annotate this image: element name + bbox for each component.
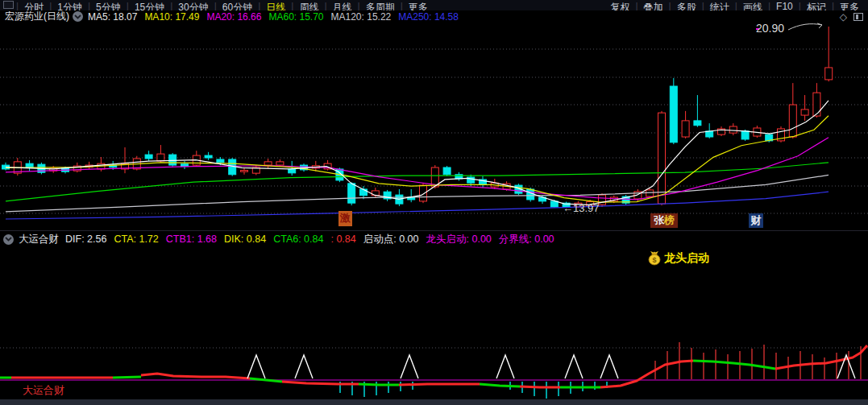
indicator-field-2: CTB1: 1.68 bbox=[166, 233, 217, 245]
indicator-field-8: 分界线: 0.00 bbox=[499, 233, 554, 245]
badge-bang-char: 榜 bbox=[664, 214, 675, 226]
indicator-field-3: DIK: 0.84 bbox=[224, 233, 266, 245]
oscillator-sub-chart[interactable] bbox=[0, 338, 868, 405]
signal-label: 龙头启动 bbox=[664, 251, 709, 266]
tool-menu-item-2[interactable]: 多股 bbox=[671, 0, 702, 11]
indicator-values: DIF: 2.56CTA: 1.72CTB1: 1.68DIK: 0.84CTA… bbox=[65, 233, 562, 246]
ma-legend-item-5: MA250: 14.58 bbox=[398, 11, 459, 23]
ma-legend: MA5: 18.07MA10: 17.49MA20: 16.66MA60: 15… bbox=[88, 11, 466, 23]
tool-menu-item-0[interactable]: 复权 bbox=[604, 0, 635, 11]
grid-icon[interactable] bbox=[3, 1, 14, 9]
ma-legend-item-1: MA10: 17.49 bbox=[144, 11, 199, 23]
main-kline-chart[interactable] bbox=[0, 23, 868, 231]
indicator-field-6: 启动点: 0.00 bbox=[363, 233, 419, 245]
marker-badge-ji[interactable]: 激 bbox=[338, 211, 352, 226]
indicator-header: 大运合财 DIF: 2.56CTA: 1.72CTB1: 1.68DIK: 0.… bbox=[0, 232, 868, 246]
indicator-name[interactable]: 大运合财 bbox=[19, 233, 59, 246]
diamond-icon[interactable]: ◇ bbox=[840, 12, 847, 22]
ma-legend-item-0: MA5: 18.07 bbox=[88, 11, 137, 23]
marker-badge-zhangbang[interactable]: 张榜 bbox=[650, 213, 678, 228]
menu-item-7[interactable]: 周线 bbox=[293, 0, 324, 11]
high-price-annotation: 20.90 bbox=[756, 22, 784, 35]
dragon-head-signal: $ 龙头启动 bbox=[647, 250, 709, 266]
bottom-scroll-strip[interactable] bbox=[0, 399, 868, 405]
titlebar: 宏源药业(日线) MA5: 18.07MA10: 17.49MA20: 16.6… bbox=[0, 10, 868, 23]
indicator-field-5: : 0.84 bbox=[330, 233, 355, 245]
sub-indicator-name[interactable]: 大运合财 bbox=[23, 383, 64, 398]
menu-item-8[interactable]: 月线 bbox=[327, 0, 358, 11]
high-price-arrow-icon bbox=[787, 20, 827, 33]
tool-menu-item-7[interactable]: 更多 bbox=[834, 0, 865, 11]
menu-item-4[interactable]: 30分钟 bbox=[172, 0, 214, 11]
tool-menu-item-6[interactable]: 标记 bbox=[801, 0, 832, 11]
panel-separator bbox=[0, 230, 868, 231]
trading-app-window: | 分时|1分钟|5分钟|15分钟|30分钟|60分钟|日线|周线|月线|多周期… bbox=[0, 0, 868, 405]
indicator-collapse-icon[interactable] bbox=[3, 234, 14, 245]
menu-item-9[interactable]: 多周期 bbox=[360, 0, 401, 11]
menu-item-6[interactable]: 日线 bbox=[260, 0, 291, 11]
chevron-down-icon[interactable] bbox=[73, 11, 83, 22]
period-menubar: | 分时|1分钟|5分钟|15分钟|30分钟|60分钟|日线|周线|月线|多周期… bbox=[0, 0, 868, 11]
title-icons: ◇ bbox=[840, 12, 868, 22]
tool-menu-item-4[interactable]: 画线 bbox=[737, 0, 768, 11]
indicator-field-0: DIF: 2.56 bbox=[65, 233, 106, 245]
ma-legend-item-2: MA20: 16.66 bbox=[206, 11, 261, 23]
marker-badge-cai[interactable]: 财 bbox=[749, 213, 763, 228]
tools-menu-right: 复权|叠加|多股|统计|画线|F10|标记|更多 bbox=[604, 0, 868, 11]
stock-title: 宏源药业(日线) bbox=[5, 10, 69, 23]
badge-zhang-char: 张 bbox=[654, 214, 664, 226]
tool-menu-item-1[interactable]: 叠加 bbox=[638, 0, 669, 11]
money-bag-icon: $ bbox=[647, 250, 662, 266]
indicator-field-1: CTA: 1.72 bbox=[114, 233, 158, 245]
menu-item-3[interactable]: 15分钟 bbox=[129, 0, 170, 11]
low-price-annotation: ←13.97 bbox=[563, 202, 600, 214]
tool-menu-item-5[interactable]: F10 bbox=[770, 0, 799, 11]
indicator-field-4: CTA6: 0.84 bbox=[273, 233, 323, 245]
indicator-field-7: 龙头启动: 0.00 bbox=[426, 233, 492, 245]
menu-item-5[interactable]: 60分钟 bbox=[217, 0, 258, 11]
tool-menu-item-3[interactable]: 统计 bbox=[704, 0, 735, 11]
window-layout-icon[interactable] bbox=[853, 13, 863, 21]
ma-legend-item-3: MA60: 15.70 bbox=[268, 11, 323, 23]
menu-item-10[interactable]: 更多 bbox=[403, 0, 434, 11]
menu-item-2[interactable]: 5分钟 bbox=[90, 0, 127, 11]
ma-legend-item-4: MA120: 15.22 bbox=[331, 11, 392, 23]
svg-text:$: $ bbox=[652, 256, 656, 264]
